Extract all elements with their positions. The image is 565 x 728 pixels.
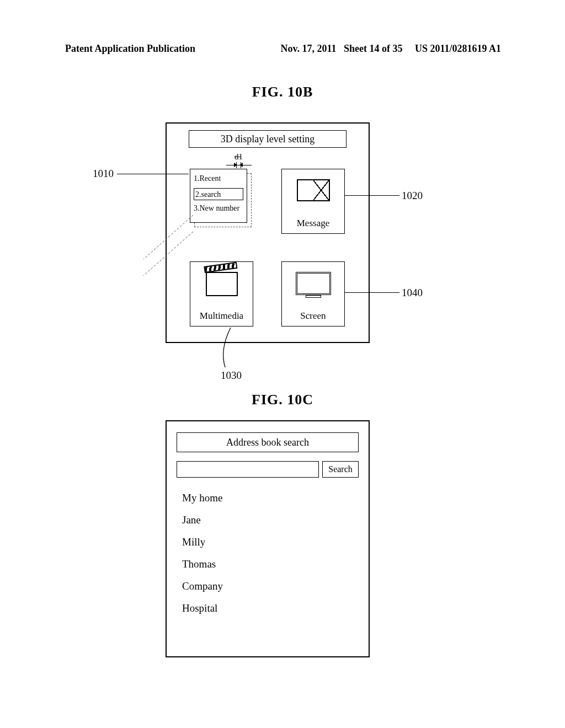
screen-title-3d-setting: 3D display level setting [189,130,347,148]
clapperboard-icon [202,269,241,301]
search-input[interactable] [177,461,319,478]
figure-label-10c: FIG. 10C [0,392,565,408]
tile-multimedia[interactable]: Multimedia [190,261,253,326]
menu-item-search[interactable]: 2.search [194,188,243,200]
contact-item[interactable]: Milly [182,536,359,548]
fig10b-device-frame: 3D display level setting d1 1.Recent 2.s… [166,122,370,343]
leader-1010 [117,174,189,174]
contact-list: My home Jane Milly Thomas Company Hospit… [177,492,359,614]
menu-item-new-number[interactable]: 3.New number [194,202,243,218]
contact-item[interactable]: Company [182,580,359,592]
refnum-1010: 1010 [93,168,114,180]
contact-item[interactable]: Hospital [182,602,359,614]
search-row: Search [177,461,359,478]
refnum-1030: 1030 [221,370,242,382]
monitor-icon [294,269,333,301]
tile-screen[interactable]: Screen [281,261,345,326]
d1-dimension-arrows [226,162,252,169]
refnum-1040: 1040 [402,287,423,299]
header-right: Nov. 17, 2011 Sheet 14 of 35 US 2011/028… [280,43,501,55]
leader-1040 [344,292,375,293]
contact-item[interactable]: My home [182,492,359,504]
patent-page-header: Patent Application Publication Nov. 17, … [0,43,565,55]
contact-item[interactable]: Jane [182,514,359,526]
menu-item-recent[interactable]: 1.Recent [194,173,243,188]
contact-item[interactable]: Thomas [182,558,359,570]
envelope-icon [294,176,333,208]
tile-message[interactable]: Message [281,169,345,234]
tile-multimedia-label: Multimedia [190,311,253,322]
tile-screen-label: Screen [282,311,344,322]
search-button[interactable]: Search [322,461,359,478]
fig10c-device-frame: Address book search Search My home Jane … [166,420,370,657]
header-left: Patent Application Publication [65,43,195,55]
figure-label-10b: FIG. 10B [0,84,565,100]
popup-menu[interactable]: 1.Recent 2.search 3.New number [190,169,247,223]
tile-message-label: Message [282,218,344,229]
refnum-1020: 1020 [402,190,423,202]
leader-1020 [344,195,375,196]
screen-title-address-book: Address book search [177,432,359,452]
d1-overline [234,157,241,157]
